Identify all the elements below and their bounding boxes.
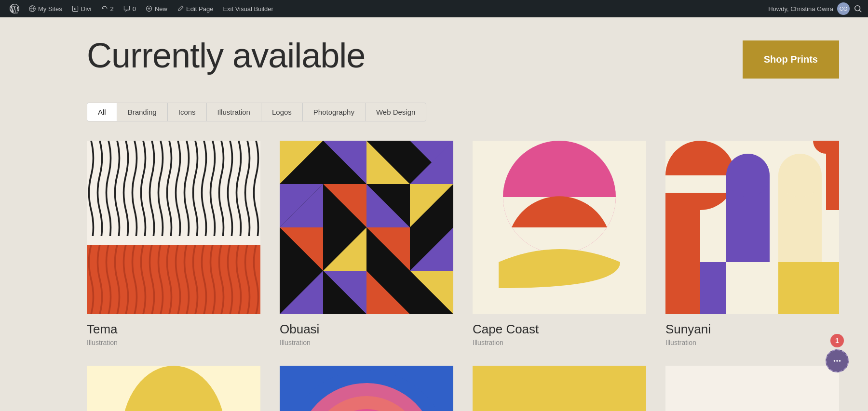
exit-builder-link[interactable]: Exit Visual Builder	[219, 0, 277, 17]
svg-rect-60	[726, 262, 770, 314]
svg-rect-56	[665, 175, 735, 193]
gallery-thumb-7	[473, 366, 646, 411]
edit-icon	[177, 5, 184, 12]
divi-label: Divi	[81, 5, 92, 13]
filter-tabs: All Branding Icons Illustration Logos Ph…	[87, 103, 426, 121]
admin-bar-right: Howdy, Christina Gwira CG	[768, 2, 862, 15]
svg-rect-12	[87, 245, 260, 314]
item-title-tema: Tema	[87, 322, 260, 337]
svg-rect-66	[700, 262, 726, 314]
page-header: Currently available Shop Prints	[87, 37, 839, 79]
svg-point-7	[855, 6, 860, 11]
gallery-thumb-capecoast	[473, 141, 646, 314]
updates-count: 2	[110, 5, 114, 13]
comments-icon	[123, 5, 130, 12]
item-title-capecoast: Cape Coast	[473, 322, 646, 337]
svg-rect-57	[665, 193, 700, 314]
gallery-item-5[interactable]	[87, 366, 260, 411]
main-content: Currently available Shop Prints All Bran…	[0, 17, 868, 411]
chat-count-badge: 1	[830, 334, 844, 347]
gallery-thumb-6	[280, 366, 453, 411]
item-category-capecoast: Illustration	[473, 339, 646, 346]
wp-logo-icon	[10, 4, 19, 13]
divi-icon: D	[72, 5, 79, 12]
my-sites-link[interactable]: My Sites	[25, 0, 66, 17]
svg-point-90	[839, 360, 841, 362]
tab-webdesign[interactable]: Web Design	[366, 103, 426, 121]
comments-count: 0	[133, 5, 136, 13]
my-sites-label: My Sites	[38, 5, 62, 13]
new-label: New	[155, 5, 167, 13]
admin-bar: My Sites D Divi 2 0 New Edit Page Exit V…	[0, 0, 868, 17]
wp-logo-link[interactable]	[6, 0, 23, 17]
gallery-grid: Tema Illustration	[87, 141, 839, 411]
svg-rect-63	[778, 262, 839, 314]
gallery-item-sunyani[interactable]: Sunyani Illustration	[665, 141, 839, 346]
comments-link[interactable]: 0	[120, 0, 140, 17]
gallery-thumb-obuasi	[280, 141, 453, 314]
gallery-item-8[interactable]	[665, 366, 839, 411]
avatar: CG	[837, 2, 850, 15]
item-category-tema: Illustration	[87, 339, 260, 346]
svg-text:D: D	[74, 7, 77, 11]
chat-bubble-container: 1	[826, 334, 849, 372]
edit-page-link[interactable]: Edit Page	[173, 0, 217, 17]
gallery-thumb-8	[665, 366, 839, 411]
tab-illustration[interactable]: Illustration	[207, 103, 261, 121]
new-icon	[146, 5, 152, 12]
gallery-item-tema[interactable]: Tema Illustration	[87, 141, 260, 346]
item-category-obuasi: Illustration	[280, 339, 453, 346]
gallery-thumb-5	[87, 366, 260, 411]
updates-icon	[101, 5, 108, 12]
svg-rect-86	[665, 366, 839, 411]
shop-prints-button[interactable]: Shop Prints	[743, 40, 839, 79]
tab-logos[interactable]: Logos	[261, 103, 303, 121]
updates-link[interactable]: 2	[97, 0, 118, 17]
exit-builder-label: Exit Visual Builder	[223, 5, 273, 13]
svg-point-88	[834, 360, 836, 362]
new-link[interactable]: New	[142, 0, 171, 17]
tab-icons[interactable]: Icons	[168, 103, 207, 121]
svg-point-59	[726, 154, 770, 197]
divi-link[interactable]: D Divi	[68, 0, 95, 17]
gallery-item-obuasi[interactable]: Obuasi Illustration	[280, 141, 453, 346]
tab-branding[interactable]: Branding	[117, 103, 168, 121]
svg-line-8	[859, 10, 861, 12]
my-sites-icon	[29, 5, 36, 12]
page-title: Currently available	[87, 37, 365, 75]
chat-button[interactable]	[826, 349, 849, 372]
svg-point-62	[778, 154, 822, 197]
gallery-item-capecoast[interactable]: Cape Coast Illustration	[473, 141, 646, 346]
chat-dots-icon	[832, 356, 842, 366]
svg-rect-84	[473, 366, 646, 411]
edit-page-label: Edit Page	[186, 5, 213, 13]
gallery-thumb-sunyani	[665, 141, 839, 314]
item-title-sunyani: Sunyani	[665, 322, 839, 337]
gallery-item-7[interactable]	[473, 366, 646, 411]
svg-point-89	[836, 360, 838, 362]
gallery-thumb-tema	[87, 141, 260, 314]
item-title-obuasi: Obuasi	[280, 322, 453, 337]
search-icon[interactable]	[854, 4, 862, 13]
tab-all[interactable]: All	[87, 103, 117, 121]
user-greeting: Howdy, Christina Gwira	[768, 5, 833, 13]
item-category-sunyani: Illustration	[665, 339, 839, 346]
tab-photography[interactable]: Photography	[303, 103, 366, 121]
gallery-item-6[interactable]	[280, 366, 453, 411]
